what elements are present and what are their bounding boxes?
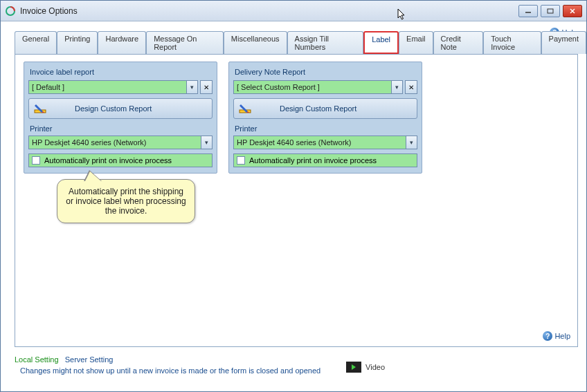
maximize-button[interactable]: [541, 5, 560, 17]
report-clear-delivery[interactable]: ✕: [405, 80, 417, 94]
group-title-invoice: Invoice label report: [30, 68, 213, 76]
setting-links: Local Setting Server Setting: [15, 355, 572, 364]
help-link-content[interactable]: ? Help: [543, 331, 570, 341]
video-label: Video: [365, 363, 385, 371]
report-select-invoice-dropdown[interactable]: [187, 80, 198, 94]
tab-printing[interactable]: Printing: [57, 31, 98, 54]
printer-label-delivery: Printer: [235, 124, 417, 133]
invoice-label-report-group: Invoice label report [ Default ] ✕ Desig…: [24, 62, 217, 174]
window-controls: [518, 5, 582, 17]
tab-miscellaneous[interactable]: Miscellaneous: [224, 31, 287, 54]
report-select-delivery[interactable]: [ Select Custom Report ]: [233, 80, 392, 94]
tab-touch-invoice[interactable]: Touch Invoice: [483, 31, 541, 54]
svg-rect-2: [548, 9, 553, 13]
printer-select-delivery-dropdown[interactable]: [406, 136, 417, 149]
report-clear-invoice[interactable]: ✕: [200, 80, 213, 94]
tab-bar: General Printing Hardware Message On Rep…: [1, 21, 586, 54]
window-title: Invoice Options: [20, 6, 518, 16]
printer-select-delivery[interactable]: HP Deskjet 4640 series (Network): [233, 136, 406, 149]
printer-label-invoice: Printer: [30, 124, 213, 133]
app-icon: [5, 6, 16, 17]
video-link[interactable]: Video: [346, 362, 385, 373]
play-icon: [346, 362, 361, 373]
auto-print-row-invoice: Automatically print on invoice process: [28, 153, 213, 167]
printer-select-invoice[interactable]: HP Deskjet 4640 series (Network): [28, 136, 201, 149]
design-custom-report-delivery[interactable]: Design Custom Report: [233, 98, 417, 119]
tab-label[interactable]: Label: [363, 31, 399, 54]
design-button-label: Design Custom Report: [75, 104, 152, 113]
tab-message-on-report[interactable]: Message On Report: [146, 31, 224, 54]
report-select-delivery-dropdown[interactable]: [392, 80, 403, 94]
auto-print-label-delivery: Automatically print on invoice process: [249, 156, 377, 165]
report-select-invoice[interactable]: [ Default ]: [28, 80, 187, 94]
tab-assign-till-numbers[interactable]: Assign Till Numbers: [287, 31, 364, 54]
report-select-delivery-value: [ Select Custom Report ]: [237, 83, 320, 91]
title-bar: Invoice Options: [1, 1, 586, 21]
auto-print-label-invoice: Automatically print on invoice process: [44, 156, 172, 165]
printer-select-delivery-value: HP Deskjet 4640 series (Network): [237, 138, 351, 147]
minimize-button[interactable]: [518, 5, 538, 17]
report-select-invoice-value: [ Default ]: [32, 83, 64, 91]
ruler-pencil-icon: [238, 102, 252, 115]
tab-general[interactable]: General: [15, 31, 57, 54]
group-title-delivery: Delivery Note Report: [235, 68, 417, 76]
auto-print-checkbox-delivery[interactable]: [237, 156, 245, 165]
tab-hardware[interactable]: Hardware: [98, 31, 146, 54]
help-label: Help: [554, 332, 570, 340]
printer-select-invoice-dropdown[interactable]: [201, 136, 213, 149]
content-area: Invoice label report [ Default ] ✕ Desig…: [15, 54, 578, 347]
auto-print-row-delivery: Automatically print on invoice process: [233, 153, 417, 167]
local-setting-link[interactable]: Local Setting: [15, 355, 59, 364]
auto-print-checkbox-invoice[interactable]: [32, 156, 40, 165]
delivery-note-report-group: Delivery Note Report [ Select Custom Rep…: [228, 62, 422, 174]
tab-credit-note[interactable]: Credit Note: [433, 31, 484, 54]
footer-note: Changes might not show up until a new in…: [20, 366, 572, 375]
design-button-label: Design Custom Report: [280, 104, 356, 113]
ruler-pencil-icon: [33, 102, 47, 115]
design-custom-report-invoice[interactable]: Design Custom Report: [28, 98, 213, 119]
help-icon: ?: [543, 331, 552, 341]
tab-payment[interactable]: Payment: [541, 31, 586, 54]
server-setting-link[interactable]: Server Setting: [65, 355, 114, 364]
close-button[interactable]: [563, 5, 582, 17]
tooltip-callout: Automatically print the shipping or invo…: [57, 179, 195, 223]
tab-email[interactable]: Email: [399, 31, 433, 54]
printer-select-invoice-value: HP Deskjet 4640 series (Network): [32, 138, 146, 147]
footer: Local Setting Server Setting Changes mig…: [1, 353, 586, 375]
